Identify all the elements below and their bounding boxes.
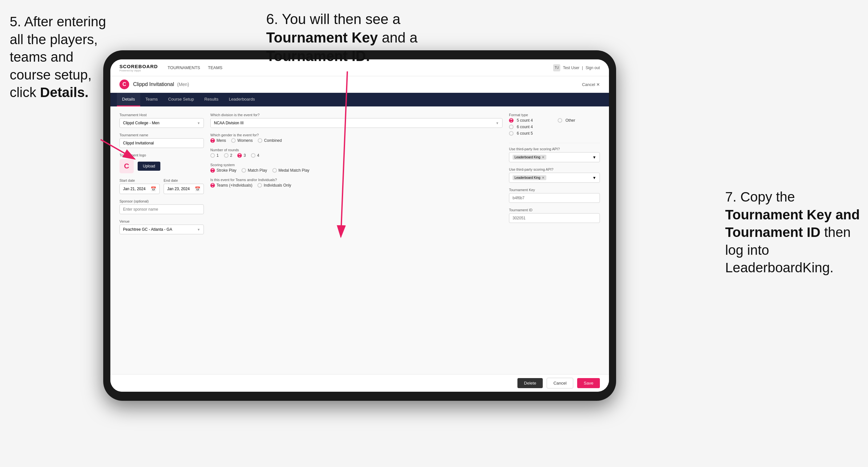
format-6count5[interactable]: 6 count 5 bbox=[509, 131, 551, 136]
venue-select[interactable]: Peachtree GC - Atlanta - GA ▼ bbox=[120, 225, 204, 234]
rounds-label: Number of rounds bbox=[210, 148, 502, 152]
api2-group: Use third-party scoring API? Leaderboard… bbox=[509, 167, 600, 183]
teams-plus-individuals[interactable]: Teams (+Individuals) bbox=[210, 183, 252, 188]
start-date-field: Start date Jan 21, 2024 📅 bbox=[120, 179, 160, 194]
chevron-down-icon-api1: ▼ bbox=[592, 155, 596, 160]
gender-radio-group: Mens Womens Combined bbox=[210, 138, 502, 143]
tournament-id-group: Tournament ID 302051 bbox=[509, 208, 600, 223]
tab-results[interactable]: Results bbox=[199, 93, 224, 106]
radio-teams-icon bbox=[210, 183, 215, 188]
gender-combined[interactable]: Combined bbox=[258, 138, 282, 143]
api2-select[interactable]: Leaderboard King ✕ ▼ bbox=[509, 173, 600, 183]
api2-label: Use third-party scoring API? bbox=[509, 167, 600, 172]
api2-clear-icon[interactable]: ✕ bbox=[542, 176, 545, 180]
division-select[interactable]: NCAA Division III ▼ bbox=[210, 118, 502, 128]
format-other[interactable]: Other bbox=[558, 118, 600, 123]
rounds-2[interactable]: 2 bbox=[224, 153, 232, 158]
calendar-icon: 📅 bbox=[151, 186, 156, 191]
gender-group: Which gender is the event for? Mens Wome… bbox=[210, 133, 502, 143]
teams-individuals-only[interactable]: Individuals Only bbox=[257, 183, 291, 188]
format-col-right: Other bbox=[558, 118, 600, 137]
tournament-name-input[interactable]: Clippd Invitational bbox=[120, 138, 204, 148]
format-label: Format type bbox=[509, 113, 600, 117]
form-columns: Tournament Host Clippd College - Men ▼ T… bbox=[120, 113, 600, 240]
scoring-medal[interactable]: Medal Match Play bbox=[272, 168, 309, 173]
nav-links: TOURNAMENTS TEAMS bbox=[167, 65, 553, 70]
logo-preview: C bbox=[120, 159, 134, 173]
annotation-left: 5. After entering all the players, teams… bbox=[10, 13, 114, 101]
sponsor-input[interactable] bbox=[120, 205, 204, 214]
division-group: Which division is the event for? NCAA Di… bbox=[210, 113, 502, 128]
gender-mens[interactable]: Mens bbox=[210, 138, 226, 143]
gender-womens[interactable]: Womens bbox=[231, 138, 252, 143]
tournament-name-label: Tournament name bbox=[120, 133, 204, 137]
tournament-key-value[interactable]: b4f6b7 bbox=[509, 193, 600, 203]
app-logo: SCOREBOARD Powered by clippd bbox=[120, 64, 158, 72]
middle-column: Which division is the event for? NCAA Di… bbox=[210, 113, 502, 240]
save-button[interactable]: Save bbox=[577, 378, 600, 388]
division-label: Which division is the event for? bbox=[210, 113, 502, 117]
radio-other-icon bbox=[558, 118, 562, 123]
cancel-button-bottom[interactable]: Cancel bbox=[547, 378, 573, 388]
teams-label: Is this event for Teams and/or Individua… bbox=[210, 178, 502, 182]
radio-r4-icon bbox=[251, 153, 255, 158]
tab-leaderboards[interactable]: Leaderboards bbox=[224, 93, 260, 106]
rounds-3[interactable]: 3 bbox=[237, 153, 246, 158]
rounds-1[interactable]: 1 bbox=[210, 153, 219, 158]
tab-teams[interactable]: Teams bbox=[140, 93, 163, 106]
annotation-top: 6. You will then see a Tournament Key an… bbox=[266, 10, 455, 66]
tournament-title: Clippd Invitational (Men) bbox=[133, 82, 189, 87]
tournament-key-group: Tournament Key b4f6b7 bbox=[509, 188, 600, 203]
tournament-logo-group: Tournament logo C Upload bbox=[120, 153, 204, 173]
sponsor-group: Sponsor (optional) bbox=[120, 199, 204, 214]
format-columns: 5 count 4 6 count 4 6 count 5 bbox=[509, 118, 600, 137]
radio-match-icon bbox=[242, 168, 246, 173]
rounds-radio-group: 1 2 3 4 bbox=[210, 153, 502, 158]
api1-select[interactable]: Leaderboard King ✕ ▼ bbox=[509, 152, 600, 162]
radio-6c5-icon bbox=[509, 131, 514, 136]
tournament-id-value[interactable]: 302051 bbox=[509, 213, 600, 223]
radio-womens-icon bbox=[231, 138, 236, 143]
nav-separator: | bbox=[582, 66, 583, 70]
user-name: Test User bbox=[563, 66, 580, 70]
rounds-4[interactable]: 4 bbox=[251, 153, 259, 158]
tabs-bar: Details Teams Course Setup Results Leade… bbox=[111, 93, 609, 106]
upload-button[interactable]: Upload bbox=[137, 162, 160, 171]
nav-tournaments[interactable]: TOURNAMENTS bbox=[167, 65, 200, 70]
logo-title: SCOREBOARD bbox=[120, 64, 158, 69]
scoring-match[interactable]: Match Play bbox=[242, 168, 267, 173]
right-column: Format type 5 count 4 6 count 4 bbox=[509, 113, 600, 240]
main-content: Tournament Host Clippd College - Men ▼ T… bbox=[111, 106, 609, 374]
tab-course-setup[interactable]: Course Setup bbox=[163, 93, 199, 106]
tournament-logo-icon: C bbox=[120, 80, 129, 89]
end-date-field: End date Jan 23, 2024 📅 bbox=[164, 179, 204, 194]
end-date-label: End date bbox=[164, 179, 204, 182]
calendar-icon-end: 📅 bbox=[195, 186, 200, 191]
format-5count4[interactable]: 5 count 4 bbox=[509, 118, 551, 123]
start-date-input[interactable]: Jan 21, 2024 📅 bbox=[120, 184, 160, 194]
sponsor-label: Sponsor (optional) bbox=[120, 199, 204, 203]
tournament-host-select[interactable]: Clippd College - Men ▼ bbox=[120, 118, 204, 128]
tournament-header: C Clippd Invitational (Men) Cancel ✕ bbox=[111, 76, 609, 93]
tournament-host-group: Tournament Host Clippd College - Men ▼ bbox=[120, 113, 204, 128]
api2-badge: Leaderboard King ✕ bbox=[513, 175, 546, 180]
sign-out-link[interactable]: Sign out bbox=[586, 66, 600, 70]
radio-stroke-icon bbox=[210, 168, 215, 173]
delete-button[interactable]: Delete bbox=[518, 378, 543, 388]
nav-user-area: TU Test User | Sign out bbox=[553, 64, 600, 71]
user-icon: TU bbox=[553, 64, 560, 71]
logo-upload-area: C Upload bbox=[120, 159, 204, 173]
tab-details[interactable]: Details bbox=[117, 93, 140, 106]
chevron-down-icon-api2: ▼ bbox=[592, 176, 596, 180]
radio-r2-icon bbox=[224, 153, 228, 158]
end-date-input[interactable]: Jan 23, 2024 📅 bbox=[164, 184, 204, 194]
scoring-stroke[interactable]: Stroke Play bbox=[210, 168, 236, 173]
nav-teams[interactable]: TEAMS bbox=[208, 65, 223, 70]
api1-badge: Leaderboard King ✕ bbox=[513, 155, 546, 160]
logo-subtitle: Powered by clippd bbox=[120, 69, 158, 72]
api1-clear-icon[interactable]: ✕ bbox=[542, 155, 545, 159]
bottom-action-bar: Delete Cancel Save bbox=[111, 374, 609, 392]
cancel-button[interactable]: Cancel ✕ bbox=[582, 82, 600, 87]
radio-combined-icon bbox=[258, 138, 262, 143]
format-6count4[interactable]: 6 count 4 bbox=[509, 125, 551, 129]
